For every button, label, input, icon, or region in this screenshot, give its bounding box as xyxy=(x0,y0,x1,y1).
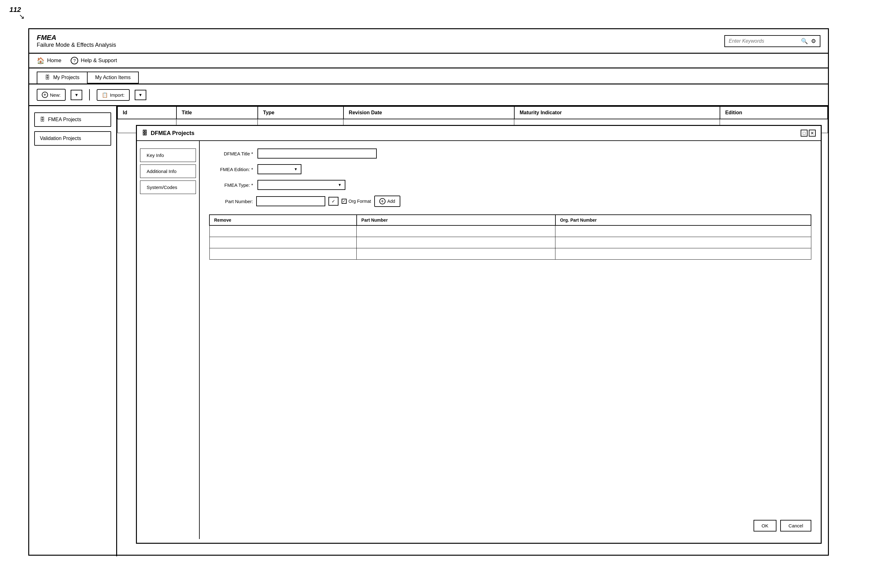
fmea-projects-label: FMEA Projects xyxy=(48,117,81,122)
home-icon: 🏠 xyxy=(37,57,45,64)
help-icon: ? xyxy=(70,57,78,64)
add-plus-icon: + xyxy=(379,198,385,204)
org-format-checkbox-area: ✓ Org Format xyxy=(342,199,371,204)
col-edition: Edition xyxy=(720,106,828,119)
tab-my-projects-label: My Projects xyxy=(53,75,79,80)
dialog-close-button[interactable]: ✕ xyxy=(809,130,816,136)
dialog-tab-system-codes-label: System/Codes xyxy=(147,184,177,190)
dialog-right-panel: DFMEA Title * FMEA Edition: * ▼ xyxy=(200,141,821,539)
sidebar-item-fmea-projects[interactable]: 🗄 FMEA Projects xyxy=(34,112,111,127)
sidebar: 🗄 FMEA Projects Validation Projects xyxy=(29,106,117,556)
import-button[interactable]: 📋 Import: xyxy=(97,89,130,101)
tab-my-action-items-label: My Action Items xyxy=(95,75,130,80)
dialog-header: 🗄 DFMEA Projects □ ✕ xyxy=(137,126,821,141)
part-number-label: Part Number: xyxy=(209,199,253,204)
cancel-button[interactable]: Cancel xyxy=(780,520,811,531)
figure-arrow: ↘ xyxy=(19,12,24,21)
app-subtitle: Failure Mode & Effects Analysis xyxy=(37,42,116,48)
table-area: Id Title Type Revision Date Maturity Ind… xyxy=(117,106,828,556)
dfmea-title-input[interactable] xyxy=(258,148,377,159)
tab-my-action-items[interactable]: My Action Items xyxy=(88,72,139,84)
nav-bar: 🏠 Home ? Help & Support xyxy=(29,54,828,69)
import-icon: 📋 xyxy=(102,92,108,98)
part-number-row: Part Number: ✓ ✓ Org Format + Add xyxy=(209,196,811,207)
tabs-bar: 🗄 My Projects My Action Items xyxy=(29,69,828,84)
new-dropdown[interactable]: ▼ xyxy=(70,90,82,100)
fmea-edition-row: FMEA Edition: * ▼ xyxy=(209,164,811,174)
part-number-table: Remove Part Number Org. Part Number xyxy=(209,214,811,260)
part-table-row xyxy=(210,237,811,248)
part-col-remove: Remove xyxy=(210,215,357,225)
col-revision-date: Revision Date xyxy=(343,106,514,119)
add-button-label: Add xyxy=(387,199,395,204)
tab-my-projects[interactable]: 🗄 My Projects xyxy=(37,72,88,84)
new-button-label: New: xyxy=(50,92,61,98)
dialog-tab-key-info-label: Key Info xyxy=(147,153,164,158)
search-icon: 🔍 xyxy=(801,38,808,45)
col-maturity-indicator: Maturity Indicator xyxy=(514,106,720,119)
fmea-edition-select[interactable]: ▼ xyxy=(258,164,301,174)
app-title: FMEA xyxy=(37,34,116,42)
app-title-area: FMEA Failure Mode & Effects Analysis xyxy=(37,34,116,48)
header-bar: FMEA Failure Mode & Effects Analysis 🔍 ⚙ xyxy=(29,29,828,54)
fmea-type-label: FMEA Type: * xyxy=(209,182,253,188)
import-button-label: Import: xyxy=(110,92,124,98)
fmea-type-select[interactable]: ▼ xyxy=(258,180,345,190)
fmea-projects-icon: 🗄 xyxy=(40,117,45,122)
search-input[interactable] xyxy=(729,38,798,44)
dialog-left-panel: Key Info Additional Info System/Codes xyxy=(137,141,200,539)
dialog-title: DFMEA Projects xyxy=(151,130,194,136)
dialog-tab-additional-info[interactable]: Additional Info xyxy=(140,165,196,178)
sidebar-item-validation-projects[interactable]: Validation Projects xyxy=(34,131,111,146)
toolbar: + New: ▼ 📋 Import: ▼ xyxy=(29,84,828,106)
dialog-tab-system-codes[interactable]: System/Codes xyxy=(140,180,196,194)
col-id: Id xyxy=(117,106,177,119)
col-title: Title xyxy=(177,106,258,119)
dialog-title-icon: 🗄 xyxy=(142,130,148,136)
search-area[interactable]: 🔍 ⚙ xyxy=(724,35,820,47)
dialog-controls: □ ✕ xyxy=(801,130,816,136)
nav-home[interactable]: 🏠 Home xyxy=(37,57,61,64)
nav-home-label: Home xyxy=(47,57,61,64)
tab-my-projects-icon: 🗄 xyxy=(45,75,50,80)
fmea-edition-label: FMEA Edition: * xyxy=(209,167,253,172)
part-col-part-number: Part Number xyxy=(357,215,555,225)
col-type: Type xyxy=(258,106,343,119)
nav-help-label: Help & Support xyxy=(81,57,117,64)
part-col-org-part-number: Org. Part Number xyxy=(555,215,811,225)
import-dropdown[interactable]: ▼ xyxy=(135,90,146,100)
toolbar-separator xyxy=(89,89,90,100)
app-window: FMEA Failure Mode & Effects Analysis 🔍 ⚙… xyxy=(28,28,829,556)
org-format-checkbox[interactable]: ✓ xyxy=(342,199,346,204)
dialog-overlay: 🗄 DFMEA Projects □ ✕ Key I xyxy=(117,106,828,556)
part-number-input[interactable] xyxy=(256,196,325,206)
fmea-edition-arrow-icon: ▼ xyxy=(294,167,298,171)
add-button[interactable]: + Add xyxy=(374,196,400,207)
settings-icon[interactable]: ⚙ xyxy=(811,38,816,45)
dialog-title-area: 🗄 DFMEA Projects xyxy=(142,130,194,136)
dialog-tab-additional-info-label: Additional Info xyxy=(147,169,177,174)
org-format-label: Org Format xyxy=(348,199,371,204)
dfmea-title-label: DFMEA Title * xyxy=(209,151,253,156)
ok-button-label: OK xyxy=(762,523,769,528)
part-table-row xyxy=(210,248,811,259)
main-content: 🗄 FMEA Projects Validation Projects Id T… xyxy=(29,106,828,556)
fmea-type-row: FMEA Type: * ▼ xyxy=(209,180,811,190)
new-plus-icon: + xyxy=(42,92,48,98)
dialog-minimize-button[interactable]: □ xyxy=(801,130,808,136)
cancel-button-label: Cancel xyxy=(789,523,803,528)
dfmea-dialog[interactable]: 🗄 DFMEA Projects □ ✕ Key I xyxy=(136,125,822,544)
part-number-checkmark-button[interactable]: ✓ xyxy=(328,197,339,206)
dialog-body: Key Info Additional Info System/Codes xyxy=(137,141,821,539)
dfmea-title-row: DFMEA Title * xyxy=(209,148,811,159)
nav-help[interactable]: ? Help & Support xyxy=(70,57,117,64)
new-button[interactable]: + New: xyxy=(37,89,66,101)
part-table-row xyxy=(210,225,811,237)
validation-projects-label: Validation Projects xyxy=(40,136,81,141)
fmea-type-arrow-icon: ▼ xyxy=(338,183,342,187)
dialog-tab-key-info[interactable]: Key Info xyxy=(140,148,196,162)
ok-button[interactable]: OK xyxy=(754,520,777,531)
